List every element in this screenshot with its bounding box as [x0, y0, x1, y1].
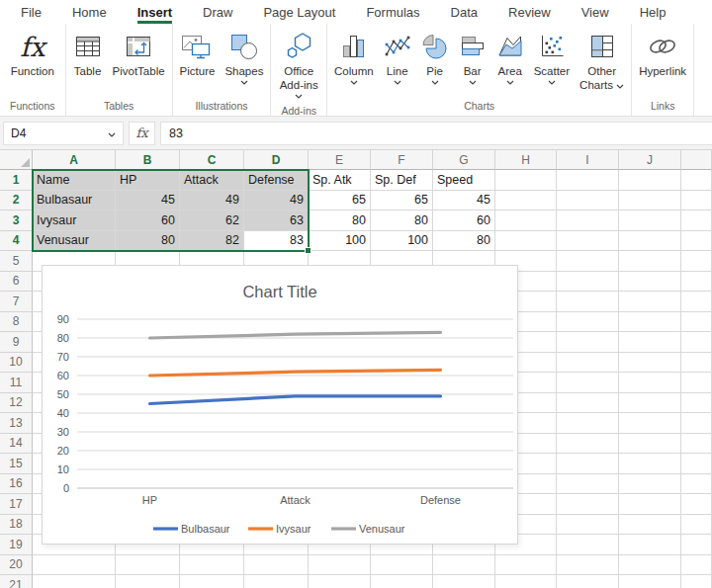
row-header-15[interactable]: 15	[0, 454, 33, 474]
cell-I15[interactable]	[557, 454, 619, 474]
cell-I18[interactable]	[557, 515, 619, 536]
cell-partial19[interactable]	[681, 535, 712, 555]
cell-H1[interactable]	[495, 170, 557, 191]
cell-D4[interactable]: 83	[244, 231, 309, 252]
cell-H20[interactable]	[495, 555, 557, 576]
cell-J6[interactable]	[619, 272, 681, 293]
insert-function-button[interactable]: fx	[129, 122, 155, 145]
cell-J8[interactable]	[619, 312, 681, 333]
cell-I12[interactable]	[557, 393, 619, 414]
cell-I3[interactable]	[557, 210, 619, 231]
row-header-2[interactable]: 2	[0, 191, 33, 211]
ribbon-button-line[interactable]: Line	[379, 29, 416, 90]
row-header-3[interactable]: 3	[0, 210, 33, 231]
cell-I20[interactable]	[557, 555, 619, 576]
tab-review[interactable]: Review	[508, 0, 551, 24]
cell-partial3[interactable]	[681, 210, 712, 231]
row-header-21[interactable]: 21	[0, 575, 33, 588]
cell-F20[interactable]	[371, 555, 433, 576]
cell-partial12[interactable]	[681, 393, 712, 414]
cell-I17[interactable]	[557, 494, 619, 515]
cell-partial2[interactable]	[681, 191, 712, 211]
cell-G21[interactable]	[433, 575, 495, 588]
cell-partial6[interactable]	[681, 272, 712, 293]
cell-J4[interactable]	[619, 231, 681, 252]
cell-D20[interactable]	[244, 555, 309, 576]
row-header-17[interactable]: 17	[0, 494, 33, 515]
cell-I16[interactable]	[557, 474, 619, 495]
cell-G4[interactable]: 80	[433, 231, 495, 252]
row-header-11[interactable]: 11	[0, 373, 33, 393]
select-all-button[interactable]	[0, 150, 33, 170]
chevron-down-icon[interactable]	[394, 80, 401, 88]
ribbon-button-other-charts[interactable]: OtherCharts	[575, 29, 629, 94]
chevron-down-icon[interactable]	[548, 80, 556, 88]
cell-F2[interactable]: 65	[371, 191, 433, 211]
cell-J2[interactable]	[619, 191, 681, 211]
cell-B2[interactable]: 45	[116, 191, 180, 211]
cell-A4[interactable]: Venusaur	[33, 231, 116, 252]
cell-D2[interactable]: 49	[244, 191, 309, 211]
ribbon-button-table[interactable]: Table	[68, 29, 108, 80]
cell-J3[interactable]	[619, 210, 681, 231]
cell-partial1[interactable]	[681, 170, 712, 191]
row-header-20[interactable]: 20	[0, 555, 33, 576]
cell-J9[interactable]	[619, 332, 681, 353]
tab-formulas[interactable]: Formulas	[366, 0, 419, 24]
cell-A20[interactable]	[33, 555, 116, 576]
cell-J17[interactable]	[619, 494, 681, 515]
column-header-J[interactable]: J	[619, 150, 681, 170]
cell-C1[interactable]: Attack	[180, 170, 244, 191]
cell-A2[interactable]: Bulbasaur	[33, 191, 116, 211]
ribbon-button-shapes[interactable]: Shapes	[220, 29, 268, 90]
cell-G2[interactable]: 45	[433, 191, 495, 211]
cell-partial14[interactable]	[681, 434, 712, 455]
cell-J7[interactable]	[619, 292, 681, 312]
tab-data[interactable]: Data	[451, 0, 478, 24]
cell-H4[interactable]	[495, 231, 557, 252]
cell-J13[interactable]	[619, 413, 681, 434]
cell-I21[interactable]	[557, 575, 619, 588]
cell-H21[interactable]	[495, 575, 557, 588]
row-header-6[interactable]: 6	[0, 272, 33, 293]
tab-home[interactable]: Home	[72, 0, 107, 24]
cell-J14[interactable]	[619, 434, 681, 455]
row-header-5[interactable]: 5	[0, 251, 33, 272]
cell-partial15[interactable]	[681, 454, 712, 474]
tab-view[interactable]: View	[581, 0, 609, 24]
cell-A1[interactable]: Name	[33, 170, 116, 191]
cell-B21[interactable]	[116, 575, 180, 588]
cell-E1[interactable]: Sp. Atk	[309, 170, 371, 191]
cell-C20[interactable]	[180, 555, 244, 576]
chevron-down-icon[interactable]	[240, 80, 248, 88]
ribbon-button-hyperlink[interactable]: Hyperlink	[634, 29, 691, 80]
ribbon-button-office-add-ins[interactable]: Office Add-ins	[275, 29, 323, 104]
cell-J20[interactable]	[619, 555, 681, 576]
column-header-F[interactable]: F	[371, 150, 433, 170]
column-header-E[interactable]: E	[309, 150, 371, 170]
cell-C21[interactable]	[180, 575, 244, 588]
cell-I8[interactable]	[557, 312, 619, 333]
tab-file[interactable]: File	[21, 0, 42, 24]
column-header-C[interactable]: C	[180, 150, 244, 170]
cell-E2[interactable]: 65	[309, 191, 371, 211]
tab-draw[interactable]: Draw	[203, 0, 232, 24]
cell-G20[interactable]	[433, 555, 495, 576]
row-header-8[interactable]: 8	[0, 312, 33, 333]
cell-J15[interactable]	[619, 454, 681, 474]
cell-partial11[interactable]	[681, 373, 712, 393]
ribbon-button-bar[interactable]: Bar	[454, 29, 491, 90]
cell-G1[interactable]: Speed	[433, 170, 495, 191]
ribbon-button-area[interactable]: Area	[491, 29, 529, 90]
cell-C3[interactable]: 62	[180, 210, 244, 231]
cell-H2[interactable]	[495, 191, 557, 211]
cell-J19[interactable]	[619, 535, 681, 555]
cell-partial10[interactable]	[681, 353, 712, 374]
cell-B4[interactable]: 80	[116, 231, 180, 252]
cell-A21[interactable]	[33, 575, 116, 588]
cell-I5[interactable]	[557, 251, 619, 272]
ribbon-button-picture[interactable]: Picture	[175, 29, 221, 80]
cell-J1[interactable]	[619, 170, 681, 191]
tab-help[interactable]: Help	[640, 0, 667, 24]
cell-E3[interactable]: 80	[309, 210, 371, 231]
